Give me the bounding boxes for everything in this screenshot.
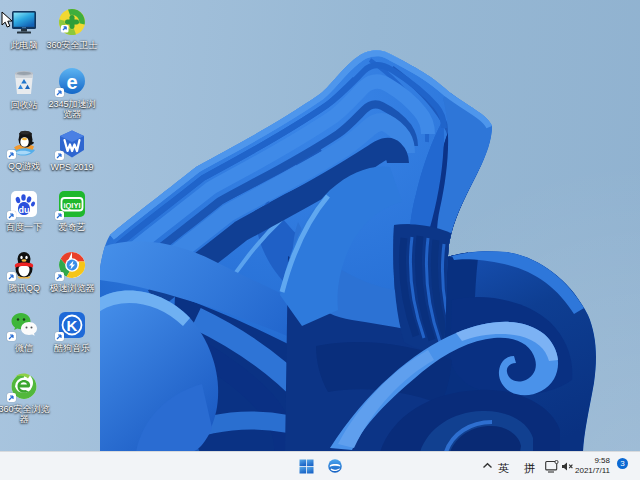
svg-text:e: e xyxy=(66,71,77,93)
svg-text:du: du xyxy=(19,205,30,215)
svg-text:iQIYI: iQIYI xyxy=(63,201,80,210)
svg-text:K: K xyxy=(67,317,78,334)
